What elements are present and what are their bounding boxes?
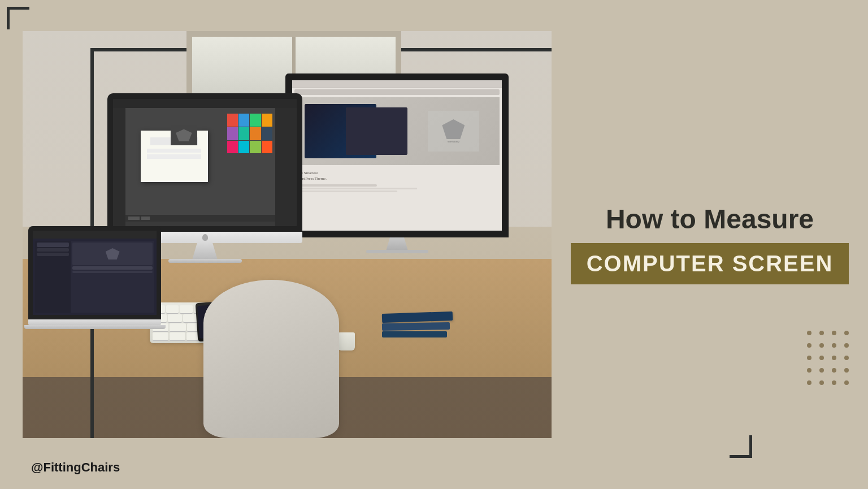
- dot-1: [807, 331, 811, 335]
- dot-20: [844, 380, 849, 385]
- corner-decoration-br: [730, 435, 752, 458]
- dot-11: [832, 356, 836, 360]
- corner-decoration-tl: [7, 7, 29, 29]
- dot-15: [832, 368, 836, 373]
- macbook: [28, 226, 166, 329]
- text-content: How to Measure COMPUTER SCREEN: [559, 193, 861, 296]
- dot-9: [807, 356, 811, 360]
- heading-line1: How to Measure: [571, 205, 849, 235]
- dot-14: [819, 368, 824, 373]
- dot-13: [807, 368, 811, 373]
- external-monitor: VERSION 2 The SmartestWordPress Theme.: [285, 73, 509, 253]
- dot-2: [819, 331, 824, 335]
- dot-19: [832, 380, 836, 385]
- computer-screen-banner: COMPUTER SCREEN: [571, 243, 849, 284]
- dot-18: [819, 380, 824, 385]
- right-panel: How to Measure COMPUTER SCREEN: [552, 0, 868, 489]
- chair: [192, 280, 350, 438]
- dot-12: [844, 356, 849, 360]
- dot-7: [832, 343, 836, 348]
- main-image: VERSION 2 The SmartestWordPress Theme.: [23, 31, 565, 438]
- dot-5: [807, 343, 811, 348]
- dot-3: [832, 331, 836, 335]
- dot-16: [844, 368, 849, 373]
- dot-6: [819, 343, 824, 348]
- books: [382, 313, 453, 337]
- decorative-dots: [807, 331, 851, 387]
- watermark-label: @FittingChairs: [31, 460, 120, 475]
- dot-17: [807, 380, 811, 385]
- heading-line2: COMPUTER SCREEN: [587, 251, 834, 276]
- dot-4: [844, 331, 849, 335]
- dot-10: [819, 356, 824, 360]
- dot-8: [844, 343, 849, 348]
